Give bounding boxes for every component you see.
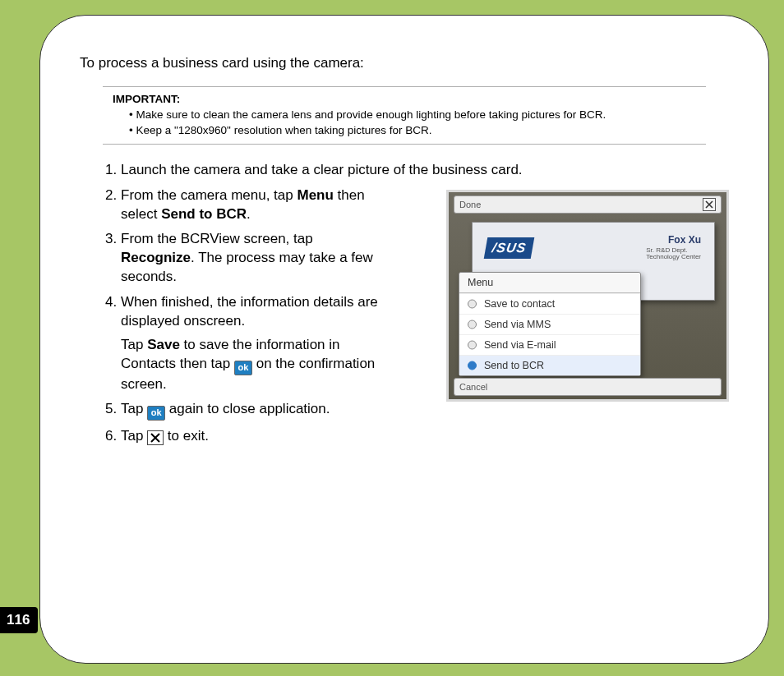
- menu-item-save-contact[interactable]: Save to contact: [459, 293, 640, 314]
- important-label: IMPORTANT:: [113, 92, 703, 108]
- steps-list-cont: From the camera menu, tap Menu then sele…: [121, 186, 384, 446]
- menu-item-send-bcr[interactable]: Send to BCR: [459, 355, 640, 375]
- screenshot-bottom-bar: Cancel: [454, 378, 722, 396]
- step-1-text: Launch the camera and take a clear pictu…: [121, 162, 523, 177]
- done-label: Done: [459, 200, 481, 209]
- document-page: To process a business card using the cam…: [39, 15, 769, 664]
- ok-icon: ok: [234, 361, 252, 375]
- cancel-label: Cancel: [459, 382, 487, 392]
- step-4: When finished, the information details a…: [121, 293, 384, 393]
- screenshot-top-bar: Done: [454, 195, 722, 214]
- menu-title: Menu: [459, 273, 640, 293]
- camera-menu: Menu Save to contact Send via MMS Send v…: [459, 272, 641, 376]
- menu-item-send-email[interactable]: Send via E-mail: [459, 334, 640, 355]
- ok-icon: ok: [147, 406, 165, 421]
- step-5: Tap ok again to close application.: [121, 400, 384, 420]
- important-bullet-2: • Keep a "1280x960" resolution when taki…: [129, 123, 703, 139]
- step-6: Tap to exit.: [121, 427, 384, 446]
- card-subtitle: Sr. R&D Dept. Technology Center: [646, 247, 701, 262]
- steps-list: Launch the camera and take a clear pictu…: [121, 161, 729, 180]
- page-number: 116: [0, 607, 38, 633]
- asus-logo: /SUS: [484, 237, 535, 259]
- device-screenshot: Done /SUS Fox Xu Sr. R&D Dept. Technolog…: [446, 190, 729, 402]
- close-icon: [147, 430, 164, 445]
- menu-item-send-mms[interactable]: Send via MMS: [459, 314, 640, 334]
- card-name: Fox Xu: [668, 234, 701, 246]
- step-3: From the BCRView screen, tap Recognize. …: [121, 230, 384, 287]
- intro-text: To process a business card using the cam…: [80, 55, 729, 71]
- important-box: IMPORTANT: • Make sure to clean the came…: [103, 86, 706, 145]
- step-2: From the camera menu, tap Menu then sele…: [121, 186, 384, 224]
- step-1: Launch the camera and take a clear pictu…: [121, 161, 729, 180]
- close-icon: [703, 198, 716, 211]
- important-bullet-1: • Make sure to clean the camera lens and…: [129, 108, 703, 123]
